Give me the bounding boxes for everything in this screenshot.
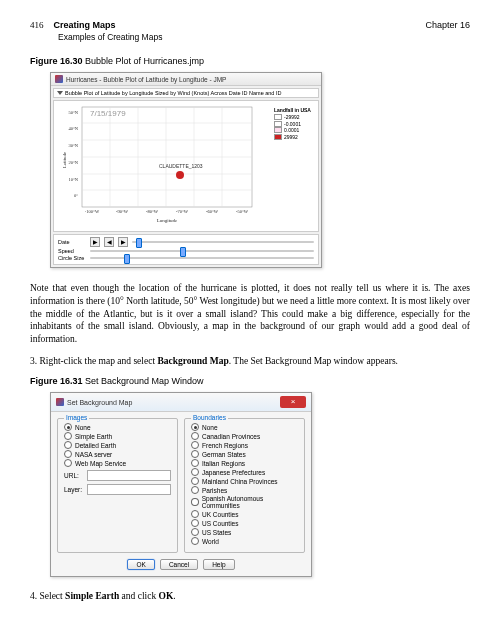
- window-titlebar: Hurricanes - Bubble Plot of Latitude by …: [51, 73, 321, 86]
- plot-title-bar[interactable]: Bubble Plot of Latitude by Longitude Siz…: [53, 88, 319, 98]
- legend: Landfall in USA -29992 -0.0001 0.0001 29…: [270, 105, 312, 225]
- chapter-label: Chapter 16: [425, 20, 470, 30]
- radio-china[interactable]: Mainland China Provinces: [191, 477, 298, 485]
- radio-french[interactable]: French Regions: [191, 441, 298, 449]
- radio-german[interactable]: German States: [191, 450, 298, 458]
- step-4: 4. Select Simple Earth and click OK.: [30, 591, 470, 601]
- radio-japanese[interactable]: Japanese Prefectures: [191, 468, 298, 476]
- svg-point-11: [176, 171, 184, 179]
- body-paragraph: Note that even though the location of th…: [30, 282, 470, 346]
- cancel-button[interactable]: Cancel: [160, 559, 198, 570]
- radio-simple-earth[interactable]: Simple Earth: [64, 432, 171, 440]
- svg-text:40°N: 40°N: [68, 126, 78, 131]
- figure-2-window: Set Background Map × Images None Simple …: [50, 392, 312, 577]
- plot-date: 7/15/1979: [90, 109, 126, 118]
- app-icon: [56, 398, 64, 406]
- help-button[interactable]: Help: [203, 559, 234, 570]
- page-subtitle: Examples of Creating Maps: [58, 32, 470, 42]
- layer-input[interactable]: [87, 484, 171, 495]
- page-number: 416: [30, 20, 44, 30]
- boundaries-group: Boundaries None Canadian Provinces Frenc…: [184, 418, 305, 553]
- svg-text:-60°W: -60°W: [206, 209, 219, 214]
- svg-text:10°N: 10°N: [68, 177, 78, 182]
- step-back-button[interactable]: ◀: [104, 237, 114, 247]
- svg-text:20°N: 20°N: [68, 160, 78, 165]
- disclosure-icon[interactable]: [57, 91, 63, 95]
- svg-text:50°N: 50°N: [68, 110, 78, 115]
- svg-text:-80°W: -80°W: [146, 209, 159, 214]
- radio-wms[interactable]: Web Map Service: [64, 459, 171, 467]
- dialog-titlebar: Set Background Map ×: [51, 393, 311, 412]
- plot-area[interactable]: Latitude 50°N 40°N 30°N 20°N 10°N 0° -10…: [53, 100, 319, 232]
- radio-us-counties[interactable]: US Counties: [191, 519, 298, 527]
- playback-controls: Date ▶ ◀ ▶ Speed Circle Size: [53, 234, 319, 265]
- svg-text:Latitude: Latitude: [62, 151, 67, 168]
- radio-canada[interactable]: Canadian Provinces: [191, 432, 298, 440]
- size-slider[interactable]: [90, 257, 314, 259]
- date-slider[interactable]: [132, 241, 314, 243]
- radio-spanish[interactable]: Spanish Autonomous Communities: [191, 495, 298, 509]
- page-title: Creating Maps: [54, 20, 116, 30]
- svg-text:30°N: 30°N: [68, 143, 78, 148]
- radio-images-none[interactable]: None: [64, 423, 171, 431]
- radio-parishes[interactable]: Parishes: [191, 486, 298, 494]
- data-label: CLAUDETTE_1203: [159, 163, 203, 169]
- svg-text:Longitude: Longitude: [157, 218, 178, 223]
- radio-nasa[interactable]: NASA server: [64, 450, 171, 458]
- figure-1-window: Hurricanes - Bubble Plot of Latitude by …: [50, 72, 322, 268]
- step-fwd-button[interactable]: ▶: [118, 237, 128, 247]
- play-button[interactable]: ▶: [90, 237, 100, 247]
- svg-text:-50°W: -50°W: [236, 209, 249, 214]
- svg-text:-90°W: -90°W: [116, 209, 129, 214]
- speed-slider[interactable]: [90, 250, 314, 252]
- close-button[interactable]: ×: [280, 396, 306, 408]
- radio-us-states[interactable]: US States: [191, 528, 298, 536]
- svg-text:-70°W: -70°W: [176, 209, 189, 214]
- radio-world[interactable]: World: [191, 537, 298, 545]
- radio-uk-counties[interactable]: UK Counties: [191, 510, 298, 518]
- ok-button[interactable]: OK: [127, 559, 154, 570]
- svg-text:0°: 0°: [74, 193, 78, 198]
- images-group: Images None Simple Earth Detailed Earth …: [57, 418, 178, 553]
- radio-detailed-earth[interactable]: Detailed Earth: [64, 441, 171, 449]
- radio-bound-none[interactable]: None: [191, 423, 298, 431]
- radio-italian[interactable]: Italian Regions: [191, 459, 298, 467]
- step-3: 3. Right-click the map and select Backgr…: [30, 356, 470, 366]
- svg-text:-100°W: -100°W: [85, 209, 100, 214]
- url-input[interactable]: [87, 470, 171, 481]
- figure-caption-2: Figure 16.31 Set Background Map Window: [30, 376, 470, 386]
- app-icon: [55, 75, 63, 83]
- figure-caption-1: Figure 16.30 Bubble Plot of Hurricanes.j…: [30, 56, 470, 66]
